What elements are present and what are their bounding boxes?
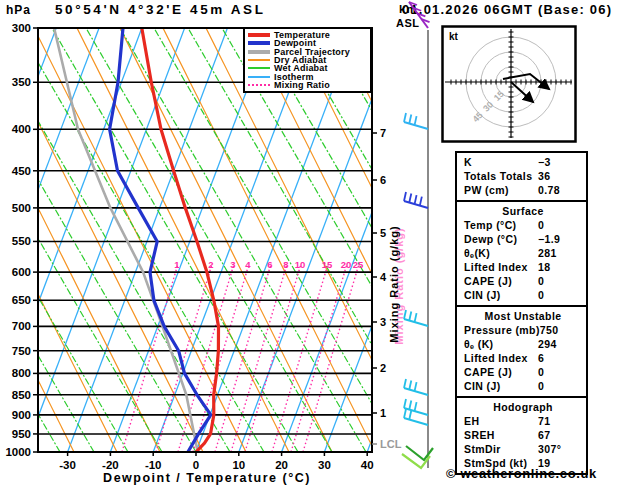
index-value: 18 bbox=[538, 260, 582, 274]
index-value: 750 bbox=[540, 323, 584, 337]
km-tick-label: 7 bbox=[380, 127, 386, 139]
chart-legend: TemperatureDewpointParcel TrajectoryDry … bbox=[243, 27, 372, 93]
mixing-ratio-label: 3 bbox=[230, 259, 235, 270]
temp-tick-label: -20 bbox=[102, 459, 119, 471]
index-value: 6 bbox=[538, 351, 582, 365]
wind-barb bbox=[404, 122, 428, 129]
index-label: StmDir bbox=[464, 442, 538, 456]
index-value: 0.78 bbox=[538, 183, 582, 197]
index-label: SREH bbox=[464, 428, 538, 442]
index-label: EH bbox=[464, 414, 538, 428]
x-axis-title: Dewpoint / Temperature (°C) bbox=[103, 471, 311, 485]
indices-section-most-unstable: Most UnstablePressure (mb)750θₑ (K)294Li… bbox=[457, 305, 586, 396]
hodograph: 153045kt bbox=[441, 25, 579, 145]
km-tick-label: 3 bbox=[380, 316, 386, 328]
pressure-tick-label: 750 bbox=[12, 345, 31, 357]
mixing-ratio-label: 10 bbox=[295, 259, 306, 270]
temp-tick-label: 30 bbox=[318, 459, 331, 471]
wind-barb-column bbox=[402, 2, 433, 468]
index-value: 0 bbox=[538, 365, 582, 379]
copyright-footer: © weatheronline.co.uk bbox=[446, 466, 597, 481]
index-row: CAPE (J)0 bbox=[464, 274, 582, 288]
legend-label: Mixing Ratio bbox=[274, 80, 330, 90]
pressure-tick-label: 950 bbox=[12, 428, 31, 440]
mixing-ratio-label: 4 bbox=[245, 259, 251, 270]
section-title: Hodograph bbox=[464, 400, 582, 414]
index-row: Temp (°C)0 bbox=[464, 218, 582, 232]
index-row: CIN (J)0 bbox=[464, 288, 582, 302]
index-value: 36 bbox=[538, 169, 582, 183]
index-value: 281 bbox=[538, 246, 582, 260]
temp-axis-labels: -30-20-10010203040 bbox=[59, 452, 373, 471]
index-row: Pressure (mb)750 bbox=[464, 323, 582, 337]
pressure-tick-label: 900 bbox=[12, 409, 31, 421]
index-value: −1.9 bbox=[538, 232, 582, 246]
temp-tick-label: 20 bbox=[275, 459, 288, 471]
index-row: CAPE (J)0 bbox=[464, 365, 582, 379]
wind-barb bbox=[404, 408, 428, 415]
mixing_ratio-swatch-icon bbox=[248, 84, 270, 86]
index-label: Totals Totals bbox=[464, 169, 538, 183]
isotherm-line bbox=[68, 28, 228, 452]
index-value: 294 bbox=[538, 337, 582, 351]
index-label: CIN (J) bbox=[464, 288, 538, 302]
wind-barb bbox=[409, 2, 428, 28]
temp-tick-label: 0 bbox=[193, 459, 199, 471]
skewt-sounding-page: hPa 50°54'N 4°32'E 45m ASL 01.01.2026 06… bbox=[0, 0, 629, 486]
skewt-chart: 1234681015202530035040045050055060065070… bbox=[0, 0, 445, 486]
mixing-ratio-label: 20 bbox=[341, 259, 352, 270]
index-row: CIN (J)0 bbox=[464, 379, 582, 393]
indices-section-surface: SurfaceTemp (°C)0Dewp (°C)−1.9θₑ(K)281Li… bbox=[457, 200, 586, 305]
index-row: θₑ(K)281 bbox=[464, 246, 582, 260]
background-lines bbox=[0, 28, 445, 452]
parcel-swatch-icon bbox=[248, 50, 270, 54]
index-value: 0 bbox=[538, 274, 582, 288]
pressure-tick-label: 350 bbox=[12, 76, 31, 88]
index-label: K bbox=[464, 155, 538, 169]
index-value: 67 bbox=[538, 428, 582, 442]
km-tick-label: 6 bbox=[380, 174, 386, 186]
mixing-ratio-line bbox=[193, 264, 249, 452]
km-tick-label: 1 bbox=[380, 407, 386, 419]
index-row: θₑ (K)294 bbox=[464, 337, 582, 351]
pressure-axis-labels: 3003504004505005506006507007508008509009… bbox=[5, 22, 38, 458]
pressure-tick-label: 500 bbox=[12, 202, 31, 214]
pressure-tick-label: 450 bbox=[12, 165, 31, 177]
index-row: StmDir307° bbox=[464, 442, 582, 456]
wet_adiabat-swatch-icon bbox=[248, 67, 270, 69]
temp-tick-label: 40 bbox=[361, 459, 374, 471]
index-label: Temp (°C) bbox=[464, 218, 538, 232]
index-label: CIN (J) bbox=[464, 379, 538, 393]
index-row: Lifted Index6 bbox=[464, 351, 582, 365]
temp-tick-label: -10 bbox=[145, 459, 162, 471]
pressure-tick-label: 300 bbox=[12, 22, 31, 34]
index-label: CAPE (J) bbox=[464, 274, 538, 288]
mixing-ratio-label: 1 bbox=[174, 259, 180, 270]
temperature-curve bbox=[142, 28, 219, 452]
index-row: Totals Totals36 bbox=[464, 169, 582, 183]
pressure-tick-label: 700 bbox=[12, 320, 31, 332]
mixing-ratio-label: 25 bbox=[353, 259, 364, 270]
mixing-ratio-label: 2 bbox=[208, 259, 213, 270]
pressure-tick-label: 850 bbox=[12, 389, 31, 401]
mixing-ratio-label: 6 bbox=[267, 259, 272, 270]
wind-barb bbox=[404, 388, 428, 395]
legend-item-mixing_ratio: Mixing Ratio bbox=[248, 81, 370, 89]
km-tick-label: 2 bbox=[380, 362, 386, 374]
wind-barb bbox=[404, 201, 428, 208]
temp-tick-label: -30 bbox=[59, 459, 76, 471]
pressure-tick-label: 550 bbox=[12, 235, 31, 247]
km-tick-label: 4 bbox=[380, 271, 387, 283]
lcl-label: LCL bbox=[380, 438, 402, 450]
index-value: 0 bbox=[538, 218, 582, 232]
index-value: 0 bbox=[538, 288, 582, 302]
index-label: CAPE (J) bbox=[464, 365, 538, 379]
mixing-ratio-label: 8 bbox=[283, 259, 288, 270]
mixing-ratio-label: 15 bbox=[322, 259, 333, 270]
isotherm-swatch-icon bbox=[248, 76, 270, 78]
index-label: θₑ (K) bbox=[464, 337, 538, 351]
pressure-tick-label: 650 bbox=[12, 294, 31, 306]
wind-barb bbox=[404, 418, 428, 425]
wind-barb bbox=[404, 319, 428, 326]
dry_adiabat-swatch-icon bbox=[248, 59, 270, 61]
